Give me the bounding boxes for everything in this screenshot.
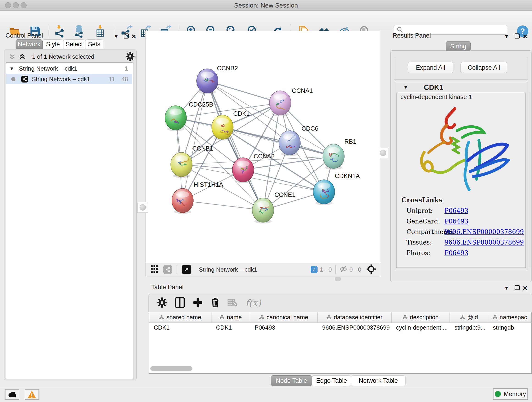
- control-panel-title: Control Panel: [6, 32, 43, 39]
- show-columns-icon[interactable]: [175, 297, 185, 309]
- network-options-gear-icon[interactable]: [126, 52, 135, 62]
- column-header-namespac[interactable]: namespac: [488, 313, 531, 322]
- network-canvas[interactable]: CCNB2CCNA1CDC25BCDK1CDC6RB1CCNB1CCNA2CDK…: [145, 31, 380, 263]
- selected-count: 1 - 0: [320, 266, 332, 273]
- tab-select[interactable]: Select: [63, 39, 85, 49]
- import-table-icon[interactable]: [94, 25, 107, 38]
- crosslink-value-link[interactable]: P06493: [444, 249, 468, 256]
- results-scrollbar[interactable]: [528, 92, 531, 267]
- network-tree: [6, 62, 133, 379]
- string-network-badge-icon: [21, 76, 28, 83]
- separator: [177, 265, 177, 274]
- node-label-CCNB1: CCNB1: [192, 145, 213, 152]
- table-settings-gear-icon[interactable]: [157, 298, 167, 308]
- column-header-description[interactable]: description: [392, 313, 450, 322]
- title-bar: Session: New Session: [0, 0, 532, 11]
- crosslinks-list: Uniprot:P06493GeneCard:P06493Compartment…: [406, 205, 526, 258]
- memory-button[interactable]: Memory: [493, 388, 528, 400]
- string-network-graph[interactable]: CCNB2CCNA1CDC25BCDK1CDC6RB1CCNB1CCNA2CDK…: [146, 31, 380, 263]
- hidden-eye-icon[interactable]: [339, 266, 348, 274]
- node-label-CDC25B: CDC25B: [189, 101, 213, 108]
- cdk1-section-title: CDK1: [424, 83, 443, 92]
- tab-sets[interactable]: Sets: [85, 39, 103, 49]
- network-tree-item-row[interactable]: String Network – cdk1 11 48: [6, 74, 132, 84]
- column-header-name[interactable]: name: [211, 313, 250, 322]
- add-column-icon[interactable]: [193, 298, 203, 308]
- table-hscrollbar-thumb[interactable]: [150, 366, 192, 371]
- node-label-CCNB2: CCNB2: [217, 65, 238, 72]
- tab-edge-table[interactable]: Edge Table: [312, 375, 351, 386]
- cdk1-expander-icon[interactable]: ▼: [403, 84, 408, 90]
- column-header--id[interactable]: @id: [450, 313, 488, 322]
- results-panel-float-icon[interactable]: ▼: [504, 33, 509, 39]
- left-splitter-handle[interactable]: [138, 202, 148, 213]
- memory-label: Memory: [504, 390, 526, 398]
- cell-name[interactable]: CDK1: [211, 324, 250, 331]
- crosslink-value-link[interactable]: P06493: [444, 218, 468, 225]
- table-panel-close-icon[interactable]: ×: [523, 285, 527, 291]
- cell-canonical-name[interactable]: P06493: [250, 324, 317, 331]
- delete-table-icon[interactable]: [228, 298, 238, 307]
- cell--id[interactable]: stringdb:9...: [450, 324, 488, 331]
- tree-expander-icon[interactable]: ▼: [9, 66, 14, 71]
- table-header-row: shared namenamecanonical namedatabase id…: [149, 313, 531, 322]
- right-splitter-handle[interactable]: [378, 148, 388, 158]
- results-panel-maximize-icon[interactable]: [515, 33, 520, 38]
- detach-view-icon[interactable]: [182, 265, 191, 274]
- function-builder-icon[interactable]: f(x): [245, 298, 261, 308]
- table-panel-title: Table Panel: [151, 284, 184, 291]
- crosslink-value-link[interactable]: 9606.ENSP00000378699: [444, 239, 524, 246]
- grid-view-icon[interactable]: [151, 265, 158, 274]
- cell-namespac[interactable]: stringdb: [488, 324, 531, 331]
- crosslink-row: Compartments:9606.ENSP00000378699: [406, 226, 526, 237]
- table-toolbar: f(x): [148, 294, 532, 312]
- network-tree-group-row[interactable]: ▼ String Network – cdk1 1: [6, 63, 132, 74]
- control-panel-maximize-icon[interactable]: [124, 33, 129, 38]
- import-network-icon[interactable]: [53, 25, 66, 38]
- network-collection-label: String Network – cdk1: [19, 65, 77, 72]
- table-row[interactable]: CDK1CDK1P064939606.ENSP00000378699cyclin…: [149, 322, 531, 332]
- tab-style[interactable]: Style: [43, 39, 63, 49]
- node-label-CDK1: CDK1: [233, 110, 250, 117]
- expand-all-button[interactable]: Expand All: [408, 62, 453, 73]
- tab-network[interactable]: Network: [16, 39, 43, 49]
- cloud-status-button[interactable]: [5, 389, 19, 400]
- control-panel-float-icon[interactable]: ▼: [114, 33, 119, 39]
- birdseye-toggle-icon[interactable]: [366, 264, 376, 275]
- crosslink-label: Tissues:: [406, 239, 444, 246]
- delete-column-icon[interactable]: [210, 297, 220, 309]
- collapse-all-button[interactable]: Collapse All: [461, 62, 507, 73]
- cell-database-identifier[interactable]: 9606.ENSP00000378699: [317, 324, 392, 331]
- control-panel-close-icon[interactable]: ×: [132, 33, 136, 39]
- import-database-icon[interactable]: [72, 25, 86, 38]
- node-label-CDC6: CDC6: [302, 125, 318, 132]
- node-label-HIST1H1A: HIST1H1A: [194, 181, 223, 188]
- node-count: 11: [109, 76, 115, 83]
- crosslink-row: GeneCard:P06493: [406, 216, 526, 226]
- column-header-database-identifier[interactable]: database identifier: [317, 313, 392, 322]
- hidden-count: 0 - 0: [349, 266, 361, 273]
- table-panel-float-icon[interactable]: ▼: [504, 285, 509, 291]
- crosslink-label: GeneCard:: [406, 218, 444, 225]
- column-header-shared-name[interactable]: shared name: [149, 313, 211, 322]
- tab-network-table[interactable]: Network Table: [351, 375, 405, 386]
- cell-description[interactable]: cyclin-dependent ...: [392, 324, 450, 331]
- table-panel-maximize-icon[interactable]: [515, 285, 520, 290]
- cell-shared-name[interactable]: CDK1: [149, 324, 211, 331]
- results-panel-close-icon[interactable]: ×: [523, 33, 527, 39]
- status-bar: [0, 387, 532, 402]
- toolbar-separator: [49, 24, 49, 38]
- crosslink-value-link[interactable]: 9606.ENSP00000378699: [444, 228, 524, 235]
- cloud-icon: [7, 391, 17, 398]
- selected-checkbox-icon[interactable]: ✓: [311, 266, 317, 273]
- bottom-splitter-handle[interactable]: [335, 277, 341, 281]
- tab-node-table[interactable]: Node Table: [271, 375, 312, 386]
- share-view-icon[interactable]: [163, 265, 172, 274]
- main-toolbar: ?: [0, 11, 532, 30]
- node-label-CCNA2: CCNA2: [254, 153, 275, 160]
- crosslink-value-link[interactable]: P06493: [444, 207, 468, 214]
- warning-status-button[interactable]: [25, 389, 39, 400]
- node-table[interactable]: shared namenamecanonical namedatabase id…: [149, 312, 532, 374]
- column-header-canonical-name[interactable]: canonical name: [250, 313, 317, 322]
- tab-string[interactable]: String: [446, 41, 471, 51]
